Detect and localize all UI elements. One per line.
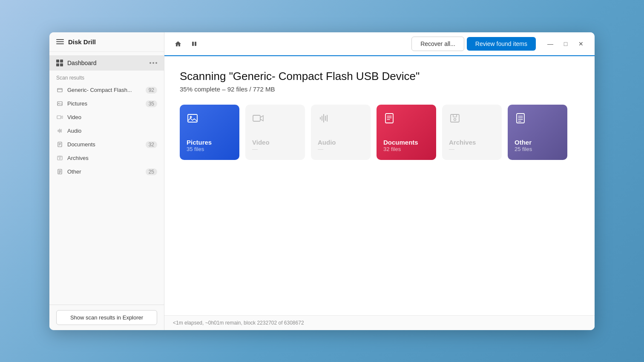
pictures-card-label: Pictures [187, 139, 233, 146]
pause-icon [191, 41, 197, 47]
video-card-icon [252, 112, 298, 126]
other-card-icon [515, 112, 561, 126]
documents-card-label: Documents [383, 139, 429, 146]
category-card-other[interactable]: Other 25 files [508, 105, 567, 160]
sidebar-nav: Dashboard Scan results Generic- Compact … [49, 52, 164, 305]
sidebar-item-other[interactable]: Other 25 [49, 165, 164, 179]
scan-subtitle: 35% complete – 92 files / 772 MB [180, 86, 579, 93]
category-card-audio[interactable]: Audio — [311, 105, 371, 160]
sidebar-item-pictures[interactable]: Pictures 35 [49, 97, 164, 111]
scan-results-label: Scan results [49, 71, 164, 83]
sidebar-item-video[interactable]: Video [49, 111, 164, 124]
sidebar-item-count-documents: 32 [146, 141, 157, 148]
pictures-icon [56, 100, 63, 107]
svg-rect-14 [385, 114, 393, 123]
sidebar-item-documents[interactable]: Documents 32 [49, 138, 164, 151]
close-button[interactable]: ✕ [574, 37, 588, 51]
svg-point-17 [454, 118, 456, 120]
sidebar-item-archives[interactable]: Archives [49, 151, 164, 165]
archives-icon [56, 155, 63, 162]
sidebar-item-label-pictures: Pictures [67, 100, 141, 107]
main-panel: Recover all... Review found items — □ ✕ … [164, 32, 595, 330]
review-button[interactable]: Review found items [467, 37, 536, 51]
sidebar-item-compact-flash[interactable]: Generic- Compact Flash... 92 [49, 83, 164, 97]
window-controls: — □ ✕ [543, 37, 588, 51]
video-card-count: — [252, 146, 298, 152]
content-area: Scanning "Generic- Compact Flash USB Dev… [164, 56, 595, 315]
other-card-label: Other [515, 139, 561, 146]
category-card-documents[interactable]: Documents 32 files [377, 105, 436, 160]
other-card-count: 25 files [515, 146, 561, 152]
home-icon [175, 40, 181, 47]
other-icon [56, 168, 63, 175]
documents-card-count: 32 files [383, 146, 429, 152]
sidebar-item-label-audio: Audio [67, 128, 157, 134]
status-bar: <1m elapsed, ~0h01m remain, block 223270… [164, 315, 595, 330]
menu-icon[interactable] [56, 39, 64, 44]
svg-rect-13 [253, 115, 260, 121]
recover-button[interactable]: Recover all... [411, 37, 464, 51]
sidebar-item-label-other: Other [67, 168, 141, 175]
pause-button[interactable] [187, 37, 201, 51]
sidebar-item-label-video: Video [67, 114, 157, 120]
sidebar-item-count-other: 25 [146, 168, 157, 175]
sidebar: Disk Drill Dashboard Scan results Generi… [49, 32, 164, 330]
archives-card-count: — [449, 146, 495, 152]
category-grid: Pictures 35 files Video — Audio — Docume… [180, 105, 579, 160]
dashboard-label: Dashboard [67, 60, 145, 66]
video-card-label: Video [252, 139, 298, 146]
dashboard-icon [56, 60, 63, 66]
svg-rect-6 [59, 156, 61, 157]
sidebar-item-dashboard[interactable]: Dashboard [49, 55, 164, 71]
show-explorer-button[interactable]: Show scan results in Explorer [56, 310, 157, 325]
sidebar-footer: Show scan results in Explorer [49, 305, 164, 330]
documents-card-icon [383, 112, 429, 126]
sidebar-item-audio[interactable]: Audio [49, 124, 164, 138]
svg-rect-1 [58, 102, 62, 105]
audio-card-count: — [318, 146, 364, 152]
scan-spinner [150, 62, 157, 64]
documents-icon [56, 141, 63, 148]
compact-flash-icon [56, 87, 63, 94]
audio-card-label: Audio [318, 139, 364, 146]
category-card-archives[interactable]: Archives — [442, 105, 502, 160]
svg-point-12 [190, 116, 192, 118]
maximize-button[interactable]: □ [559, 37, 572, 51]
sidebar-item-count-compact-flash: 92 [146, 87, 157, 94]
sidebar-item-label-documents: Documents [67, 141, 141, 148]
pictures-card-count: 35 files [187, 146, 233, 152]
svg-rect-9 [192, 42, 194, 46]
video-icon [56, 114, 63, 121]
app-window: Disk Drill Dashboard Scan results Generi… [49, 32, 595, 330]
sidebar-header: Disk Drill [49, 32, 164, 52]
sidebar-item-count-pictures: 35 [146, 100, 157, 107]
scan-title: Scanning "Generic- Compact Flash USB Dev… [180, 70, 579, 83]
app-title: Disk Drill [68, 38, 96, 46]
category-card-pictures[interactable]: Pictures 35 files [180, 105, 239, 160]
svg-rect-10 [195, 42, 196, 46]
svg-rect-0 [58, 88, 62, 92]
pictures-card-icon [187, 112, 233, 126]
minimize-button[interactable]: — [543, 37, 557, 51]
archives-card-label: Archives [449, 139, 495, 146]
sidebar-item-label-compact-flash: Generic- Compact Flash... [67, 87, 141, 93]
sidebar-item-label-archives: Archives [67, 155, 157, 161]
category-card-video[interactable]: Video — [245, 105, 305, 160]
audio-card-icon [318, 112, 364, 126]
home-button[interactable] [171, 37, 185, 51]
svg-rect-3 [57, 116, 61, 119]
archives-card-icon [449, 112, 495, 126]
svg-rect-11 [188, 114, 197, 122]
svg-point-7 [59, 158, 60, 159]
audio-icon [56, 128, 63, 134]
toolbar: Recover all... Review found items — □ ✕ [164, 32, 595, 56]
